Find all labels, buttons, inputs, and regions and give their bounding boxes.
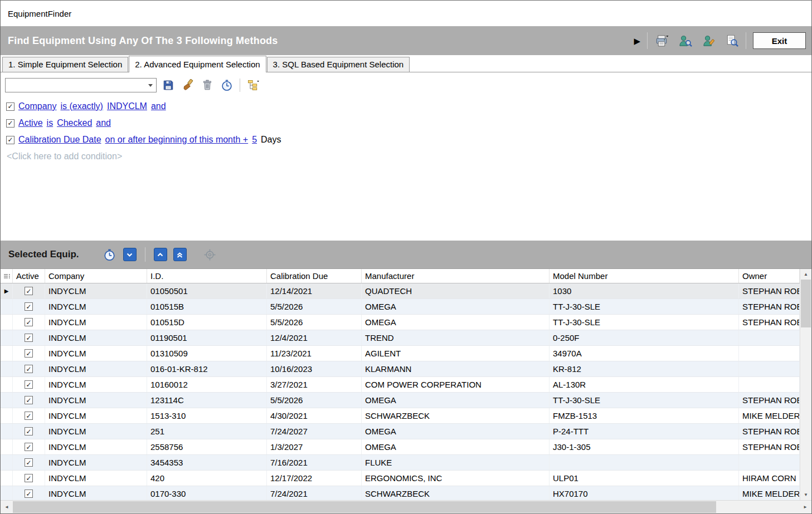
- table-row[interactable]: ✓INDYCLM0131050911/23/2021AGILENT34970A: [1, 346, 800, 361]
- filter-preset-combobox[interactable]: [5, 78, 157, 92]
- preview-search-button[interactable]: [722, 31, 741, 50]
- table-row[interactable]: ✓INDYCLM34543537/16/2021FLUKE: [1, 455, 800, 471]
- table-row[interactable]: ✓INDYCLM0119050112/4/2021TREND0-250F: [1, 330, 800, 346]
- column-header-calibration-due[interactable]: Calibration Due: [267, 269, 362, 283]
- scroll-left-icon[interactable]: ◄: [1, 501, 13, 513]
- row-selector[interactable]: [1, 455, 13, 470]
- expand-panel-icon[interactable]: ▶: [631, 37, 643, 45]
- column-header-company[interactable]: Company: [45, 269, 147, 283]
- locate-row-button[interactable]: [203, 247, 217, 262]
- row-selector[interactable]: [1, 361, 13, 376]
- active-checkbox[interactable]: ✓: [25, 474, 33, 482]
- condition-checkbox[interactable]: ✓: [6, 102, 14, 111]
- vertical-scrollbar[interactable]: ▲ ▼: [800, 269, 811, 500]
- row-selector[interactable]: [1, 471, 13, 486]
- column-header-model-number[interactable]: Model Number: [550, 269, 739, 283]
- hscroll-thumb[interactable]: [13, 501, 716, 513]
- row-selector[interactable]: [1, 408, 13, 423]
- active-checkbox[interactable]: ✓: [25, 443, 33, 451]
- row-selector[interactable]: [1, 330, 13, 345]
- table-row[interactable]: ▶✓INDYCLM0105050112/14/2021QUADTECH1030S…: [1, 283, 800, 299]
- active-checkbox[interactable]: ✓: [25, 458, 33, 467]
- cell-calibration-due: 10/16/2023: [267, 361, 362, 376]
- tab-advanced-equipment-selection[interactable]: 2. Advanced Equipment Selection: [129, 56, 266, 72]
- condition-link[interactable]: and: [96, 118, 111, 128]
- active-checkbox[interactable]: ✓: [25, 334, 33, 342]
- cell-calibration-due: 5/5/2026: [267, 393, 362, 408]
- table-row[interactable]: ✓INDYCLM2517/24/2027OMEGAP-24-TTTSTEPHAN…: [1, 424, 800, 439]
- cell-manufacturer: ERGONOMICS, INC: [362, 471, 550, 486]
- condition-link[interactable]: 5: [252, 135, 257, 145]
- column-header-i-d[interactable]: I.D.: [147, 269, 267, 283]
- user-search-button[interactable]: [675, 31, 694, 50]
- hscroll-track[interactable]: [716, 501, 799, 513]
- vscroll-track[interactable]: [800, 327, 811, 489]
- table-row[interactable]: ✓INDYCLM25587561/3/2027OMEGAJ30-1-305STE…: [1, 439, 800, 455]
- table-row[interactable]: ✓INDYCLM42012/17/2022ERGONOMICS, INCULP0…: [1, 471, 800, 486]
- table-row[interactable]: ✓INDYCLM0170-3307/24/2021SCHWARZBECKHX70…: [1, 486, 800, 500]
- row-selector[interactable]: [1, 486, 13, 500]
- timer-button[interactable]: [219, 77, 235, 93]
- scroll-up-icon[interactable]: ▲: [800, 269, 811, 280]
- row-selector[interactable]: [1, 299, 13, 314]
- vscroll-thumb[interactable]: [801, 280, 811, 327]
- active-checkbox[interactable]: ✓: [25, 489, 33, 498]
- condition-link[interactable]: on or after beginning of this month +: [105, 135, 249, 145]
- row-selector[interactable]: [1, 315, 13, 330]
- move-up-button[interactable]: [154, 248, 167, 261]
- scroll-down-icon[interactable]: ▼: [800, 489, 811, 500]
- table-row[interactable]: ✓INDYCLM016-01-KR-81210/16/2023KLARMANNK…: [1, 361, 800, 377]
- row-selector[interactable]: [1, 393, 13, 408]
- tab-sql-equipment-selection[interactable]: 3. SQL Based Equipment Selection: [267, 57, 410, 72]
- active-checkbox[interactable]: ✓: [25, 365, 33, 373]
- column-header-owner[interactable]: Owner: [739, 269, 800, 283]
- condition-link[interactable]: and: [151, 101, 166, 111]
- active-checkbox[interactable]: ✓: [25, 412, 33, 420]
- move-down-button[interactable]: [123, 248, 137, 261]
- user-edit-button[interactable]: [699, 31, 718, 50]
- condition-link[interactable]: is (exactly): [60, 101, 103, 111]
- exit-button[interactable]: Exit: [753, 32, 806, 49]
- condition-checkbox[interactable]: ✓: [6, 136, 14, 144]
- row-selector[interactable]: [1, 346, 13, 361]
- row-selector[interactable]: [1, 424, 13, 439]
- active-checkbox[interactable]: ✓: [25, 302, 33, 311]
- horizontal-scrollbar[interactable]: ◄ ►: [1, 500, 811, 513]
- table-row[interactable]: ✓INDYCLM010515B5/5/2026OMEGATT-J-30-SLES…: [1, 299, 800, 315]
- scroll-right-icon[interactable]: ►: [799, 501, 811, 513]
- table-row[interactable]: ✓INDYCLM123114C5/5/2026OMEGATT-J-30-SLES…: [1, 393, 800, 408]
- table-row[interactable]: ✓INDYCLM010515D5/5/2026OMEGATT-J-30-SLES…: [1, 315, 800, 330]
- condition-link[interactable]: Checked: [57, 118, 92, 128]
- combo-dropdown-icon[interactable]: [145, 79, 156, 92]
- column-header-manufacturer[interactable]: Manufacturer: [362, 269, 550, 283]
- tab-simple-equipment-selection[interactable]: 1. Simple Equipment Selection: [2, 57, 128, 72]
- delete-filter-button[interactable]: [200, 77, 215, 93]
- print-button[interactable]: [652, 31, 671, 50]
- tree-view-button[interactable]: [245, 77, 261, 93]
- row-selector[interactable]: [1, 439, 13, 454]
- condition-link[interactable]: Active: [18, 118, 43, 128]
- column-header-active[interactable]: Active: [13, 269, 45, 283]
- user-search-icon: [678, 34, 692, 48]
- active-checkbox[interactable]: ✓: [25, 396, 33, 404]
- cell-model-number: P-24-TTT: [550, 424, 739, 439]
- active-checkbox[interactable]: ✓: [25, 380, 33, 389]
- add-condition-link[interactable]: <Click here to add condition>: [5, 148, 807, 165]
- condition-link[interactable]: Company: [18, 101, 56, 111]
- table-row[interactable]: ✓INDYCLM1513-3104/30/2021SCHWARZBECKFMZB…: [1, 408, 800, 424]
- active-checkbox[interactable]: ✓: [25, 287, 33, 295]
- move-top-button[interactable]: [173, 248, 187, 261]
- condition-link[interactable]: is: [47, 118, 54, 128]
- condition-checkbox[interactable]: ✓: [6, 119, 14, 128]
- clear-filter-button[interactable]: [180, 77, 196, 93]
- condition-link[interactable]: INDYCLM: [107, 101, 147, 111]
- active-checkbox[interactable]: ✓: [25, 318, 33, 326]
- save-filter-button[interactable]: [161, 77, 176, 93]
- timer-button-2[interactable]: [103, 247, 117, 262]
- active-checkbox[interactable]: ✓: [25, 427, 33, 435]
- table-row[interactable]: ✓INDYCLM101600123/27/2021COM POWER CORPE…: [1, 377, 800, 393]
- row-selector[interactable]: [1, 377, 13, 392]
- condition-link[interactable]: Calibration Due Date: [18, 135, 101, 145]
- active-checkbox[interactable]: ✓: [25, 349, 33, 358]
- row-selector[interactable]: ▶: [1, 283, 13, 298]
